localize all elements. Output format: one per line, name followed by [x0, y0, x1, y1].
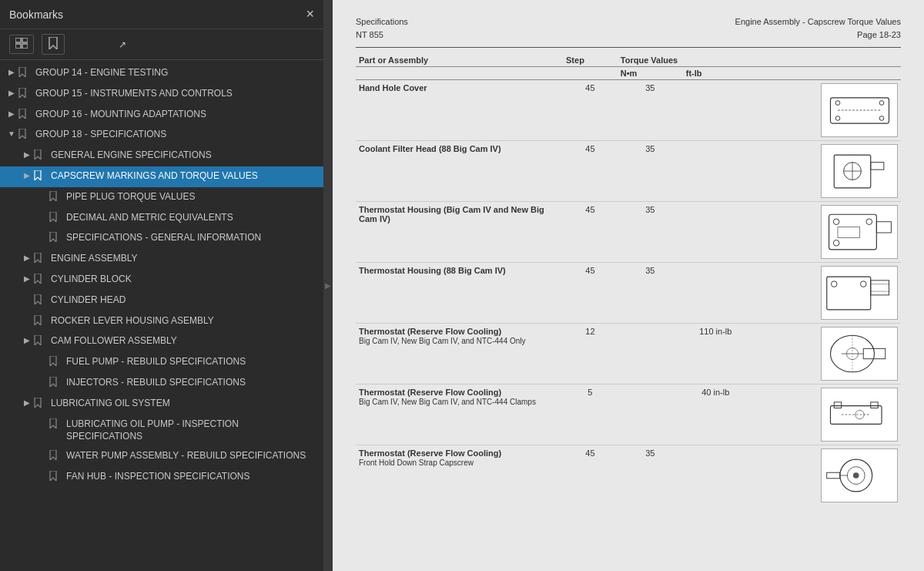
svg-rect-16: [876, 221, 891, 232]
resize-handle[interactable]: ▶: [323, 0, 333, 571]
cell-img-5: [748, 385, 901, 445]
cell-ftlb-5: 40 in-lb: [683, 385, 748, 445]
cell-step-2: 45: [563, 202, 618, 263]
bookmark-icon-pipe-plug: [49, 191, 62, 205]
bookmark-icon-eng-asm: [34, 253, 46, 267]
table-row-6: Thermostat (Reserve Flow Cooling)Front H…: [356, 445, 901, 506]
bookmark-view-button[interactable]: [42, 34, 65, 55]
bookmark-icon-injectors: [49, 377, 62, 391]
cell-nm-6: 35: [618, 445, 683, 506]
sidebar-item-fan-hub[interactable]: FAN HUB - INSPECTION SPECIFICATIONS: [0, 467, 323, 488]
doc-header: Specifications NT 855 Engine Assembly - …: [356, 15, 901, 41]
cell-nm-3: 35: [618, 263, 683, 324]
cell-ftlb-6: [683, 445, 748, 506]
cell-img-4: [748, 324, 901, 385]
sidebar-item-gen-eng[interactable]: ▶GENERAL ENGINE SPECIFICATIONS: [0, 146, 323, 166]
part-sub-5: Big Cam IV, New Big Cam IV, and NTC-444 …: [359, 398, 536, 406]
sidebar-item-g16[interactable]: ▶GROUP 16 - MOUNTING ADAPTATIONS: [0, 105, 323, 126]
page-label: Page 18-23: [857, 30, 901, 39]
svg-point-19: [833, 240, 839, 246]
sidebar-item-cyl-block[interactable]: ▶CYLINDER BLOCK: [0, 270, 323, 291]
model-label: NT 855: [356, 30, 383, 39]
part-image-0: [821, 83, 898, 137]
sidebar-item-decimal[interactable]: DECIMAL AND METRIC EQUIVALENTS: [0, 208, 323, 229]
doc-title: Engine Assembly - Capscrew Torque Values…: [735, 15, 901, 41]
part-image-2: [821, 205, 898, 259]
bookmark-icon-g18: [18, 129, 31, 143]
bookmark-icon-rocker: [34, 315, 46, 329]
svg-rect-33: [834, 401, 842, 408]
svg-rect-20: [838, 227, 860, 237]
sidebar-item-label-water-pump: WATER PUMP ASSEMBLY - REBUILD SPECIFICAT…: [66, 449, 317, 462]
cell-ftlb-3: [683, 263, 748, 324]
sidebar-item-fuel-pump[interactable]: FUEL PUMP - REBUILD SPECIFICATIONS: [0, 352, 323, 373]
sidebar-item-label-fan-hub: FAN HUB - INSPECTION SPECIFICATIONS: [66, 470, 317, 483]
cell-img-3: [748, 263, 901, 324]
svg-rect-0: [15, 38, 21, 42]
svg-point-25: [831, 280, 837, 287]
svg-point-18: [866, 218, 872, 224]
sidebar-item-cyl-head[interactable]: CYLINDER HEAD: [0, 291, 323, 311]
col-header-part: Part or Assembly: [356, 54, 563, 67]
expand-arrow-g16: ▶: [6, 109, 17, 119]
header-divider: [356, 47, 901, 48]
sidebar-item-label-cam-follower: CAM FOLLOWER ASSEMBLY: [51, 334, 317, 348]
svg-rect-1: [22, 38, 28, 42]
part-image-4: [821, 327, 898, 381]
col-header-img2: [748, 67, 901, 80]
sidebar-toolbar: ↗: [0, 29, 323, 60]
sidebar-item-eng-asm[interactable]: ▶ENGINE ASSEMBLY: [0, 249, 323, 270]
part-sub-4: Big Cam IV, New Big Cam IV, and NTC-444 …: [359, 337, 526, 345]
sidebar-item-g14[interactable]: ▶GROUP 14 - ENGINE TESTING: [0, 63, 323, 84]
bookmark-icon-g14: [18, 67, 31, 81]
torque-rows: Hand Hole Cover4535 Coolant Filter Head …: [356, 80, 901, 506]
sidebar-item-capscrew[interactable]: ▶CAPSCREW MARKINGS AND TORQUE VALUES: [0, 166, 323, 187]
sidebar-item-g15[interactable]: ▶GROUP 15 - INSTRUMENTS AND CONTROLS: [0, 84, 323, 105]
sidebar-item-rocker[interactable]: ROCKER LEVER HOUSING ASEMBLY: [0, 311, 323, 332]
sidebar-item-lube-oil[interactable]: ▶LUBRICATING OIL SYSTEM: [0, 394, 323, 415]
cell-nm-4: [618, 324, 683, 385]
part-name-1: Coolant Filter Head (88 Big Cam IV): [359, 144, 501, 153]
cell-nm-0: 35: [618, 80, 683, 141]
col-header-step2: [563, 67, 618, 80]
bookmark-icon-lube-pump: [49, 418, 62, 432]
sidebar-item-lube-pump[interactable]: LUBRICATING OIL PUMP - INSPECTION SPECIF…: [0, 415, 323, 447]
cell-step-4: 12: [563, 324, 618, 385]
cell-step-6: 45: [563, 445, 618, 506]
sidebar-item-label-lube-oil: LUBRICATING OIL SYSTEM: [51, 397, 317, 410]
cell-nm-5: [618, 385, 683, 445]
svg-rect-34: [870, 401, 878, 408]
bookmark-icon-g15: [18, 88, 31, 102]
sidebar-item-cam-follower[interactable]: ▶CAM FOLLOWER ASSEMBLY: [0, 331, 323, 352]
grid-view-button[interactable]: [9, 35, 34, 54]
sidebar-item-label-cyl-head: CYLINDER HEAD: [51, 294, 317, 307]
cell-ftlb-0: [683, 80, 748, 141]
cell-ftlb-1: [683, 141, 748, 202]
close-button[interactable]: ×: [306, 6, 314, 22]
cell-part-3: Thermostat Housing (88 Big Cam IV): [356, 263, 563, 324]
expand-arrow-gen-eng: ▶: [22, 149, 32, 160]
table-row-5: Thermostat (Reserve Flow Cooling)Big Cam…: [356, 385, 901, 445]
sidebar-item-g18[interactable]: ▼GROUP 18 - SPECIFICATIONS: [0, 125, 323, 146]
svg-rect-22: [870, 280, 889, 294]
part-image-5: [821, 388, 898, 442]
svg-rect-39: [826, 472, 839, 479]
bookmark-icon-lube-oil: [34, 398, 46, 411]
sidebar: Bookmarks × ↗ ▶GROUP 14 - ENGINE TESTING…: [0, 0, 323, 571]
svg-point-7: [835, 116, 840, 120]
sidebar-item-label-spec-gen: SPECIFICATIONS - GENERAL INFORMATION: [66, 231, 317, 244]
sidebar-item-injectors[interactable]: INJECTORS - REBUILD SPECIFICATIONS: [0, 373, 323, 394]
sidebar-item-label-decimal: DECIMAL AND METRIC EQUIVALENTS: [66, 211, 317, 224]
sidebar-item-pipe-plug[interactable]: PIPE PLUG TORQUE VALUES: [0, 187, 323, 208]
col-header-step: Step: [563, 54, 618, 67]
main-content: Specifications NT 855 Engine Assembly - …: [333, 0, 924, 571]
sidebar-item-label-lube-pump: LUBRICATING OIL PUMP - INSPECTION SPECIF…: [66, 418, 317, 444]
spec-info: Specifications NT 855: [356, 15, 408, 41]
cell-step-0: 45: [563, 80, 618, 141]
sidebar-item-water-pump[interactable]: WATER PUMP ASSEMBLY - REBUILD SPECIFICAT…: [0, 446, 323, 467]
svg-rect-32: [830, 405, 882, 424]
torque-table: Part or Assembly Step Torque Values N•m …: [356, 54, 901, 506]
part-name-0: Hand Hole Cover: [359, 83, 427, 92]
sidebar-item-spec-gen[interactable]: SPECIFICATIONS - GENERAL INFORMATION: [0, 228, 323, 249]
part-name-5: Thermostat (Reserve Flow Cooling): [359, 388, 501, 397]
